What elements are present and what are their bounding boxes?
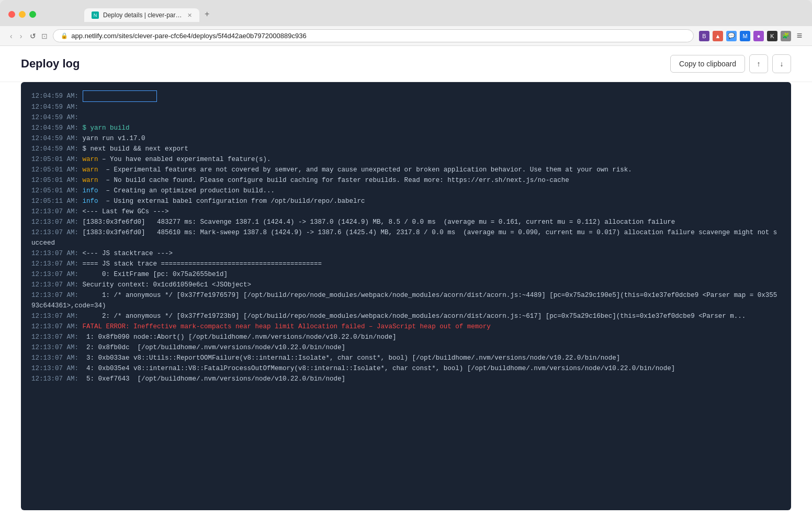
tab-favicon: N — [92, 12, 99, 19]
copy-to-clipboard-button[interactable]: Copy to clipboard — [670, 55, 745, 73]
scroll-down-button[interactable]: ↓ — [772, 54, 791, 73]
address-bar[interactable]: 🔒 app.netlify.com/sites/clever-pare-cfc6… — [53, 29, 694, 42]
browser-menu-icon[interactable]: ≡ — [794, 31, 805, 41]
active-tab[interactable]: N Deploy details | clever-pare-cfc... ✕ — [84, 8, 199, 22]
header-actions: Copy to clipboard ↑ ↓ — [670, 54, 791, 73]
log-line: 12:13:07 AM: <--- JS stacktrace ---> — [31, 248, 781, 259]
log-line: 12:13:07 AM: 3: 0xb033ae v8::Utils::Repo… — [31, 353, 781, 363]
minimize-button[interactable] — [19, 11, 26, 18]
title-bar: N Deploy details | clever-pare-cfc... ✕ … — [0, 0, 812, 26]
browser-chrome: N Deploy details | clever-pare-cfc... ✕ … — [0, 0, 812, 517]
tab-bar: N Deploy details | clever-pare-cfc... ✕ … — [42, 6, 256, 22]
log-line: 12:05:01 AM: warn – You have enabled exp… — [31, 154, 781, 165]
log-line: 12:05:01 AM: info – Creating an optimize… — [31, 186, 781, 196]
browser-extensions: B ▲ 💬 M ● K 🧩 ≡ — [699, 31, 805, 41]
page-title: Deploy log — [21, 57, 80, 71]
log-line: 12:13:07 AM: 2: /* anonymous */ [0x37f7e… — [31, 311, 781, 321]
log-line: 12:04:59 AM: $ next build && next export — [31, 144, 781, 154]
lock-icon: 🔒 — [61, 32, 68, 39]
url-text: app.netlify.com/sites/clever-pare-cfc6e4… — [71, 32, 306, 40]
extension-circle[interactable]: ● — [753, 31, 764, 41]
log-line: 12:05:11 AM: info – Using external babel… — [31, 196, 781, 206]
scroll-up-button[interactable]: ↑ — [749, 54, 768, 73]
log-line: 12:13:07 AM: 4: 0xb035e4 v8::internal::V… — [31, 363, 781, 374]
log-line: 12:04:59 AM: $ yarn build — [31, 123, 781, 133]
tab-title: Deploy details | clever-pare-cfc... — [103, 12, 183, 19]
log-line: 12:13:07 AM: [1383:0x3fe6fd0] 483277 ms:… — [31, 217, 781, 227]
log-line: 12:13:07 AM: 1: /* anonymous */ [0x37f7e… — [31, 290, 781, 311]
log-line: 12:13:07 AM: FATAL ERROR: Ineffective ma… — [31, 321, 781, 332]
page-content: Deploy log Copy to clipboard ↑ ↓ 12:04:5… — [0, 46, 812, 517]
log-container[interactable]: 12:04:59 AM: selected12:04:59 AM: 12:04:… — [21, 82, 791, 510]
back-button[interactable]: ‹ — [7, 31, 15, 41]
log-line: 12:05:01 AM: warn – Experimental feature… — [31, 165, 781, 175]
new-tab-button[interactable]: + — [199, 6, 215, 22]
close-button[interactable] — [8, 11, 15, 18]
log-line: 12:13:07 AM: ==== JS stack trace =======… — [31, 259, 781, 269]
window-controls — [8, 11, 36, 18]
log-line: 12:05:01 AM: warn – No build cache found… — [31, 175, 781, 186]
log-line: 12:04:59 AM: — [31, 102, 781, 112]
nav-bar: ‹ › ↺ ⊡ 🔒 app.netlify.com/sites/clever-p… — [0, 26, 812, 46]
log-line: 12:13:07 AM: 5: 0xef7643 [/opt/buildhome… — [31, 374, 781, 384]
log-line: 12:04:59 AM: — [31, 112, 781, 123]
log-line: 12:13:07 AM: 2: 0x8fb0dc [/opt/buildhome… — [31, 342, 781, 353]
extension-a[interactable]: ▲ — [713, 31, 723, 41]
tab-close-icon[interactable]: ✕ — [187, 12, 192, 19]
maximize-button[interactable] — [29, 11, 36, 18]
extension-brave[interactable]: B — [699, 31, 709, 41]
extension-m[interactable]: M — [740, 31, 750, 41]
extension-chat[interactable]: 💬 — [726, 31, 737, 41]
log-line: 12:13:07 AM: <--- Last few GCs ---> — [31, 206, 781, 217]
log-line: 12:04:59 AM: yarn run v1.17.0 — [31, 133, 781, 144]
log-line: 12:13:07 AM: [1383:0x3fe6fd0] 485610 ms:… — [31, 227, 781, 248]
extension-puzzle[interactable]: 🧩 — [781, 31, 791, 41]
extension-k[interactable]: K — [767, 31, 777, 41]
bookmark-button[interactable]: ⊡ — [41, 32, 48, 40]
deploy-log-header: Deploy log Copy to clipboard ↑ ↓ — [0, 46, 812, 82]
log-line: 12:13:07 AM: 0: ExitFrame [pc: 0x75a2655… — [31, 269, 781, 280]
forward-button[interactable]: › — [17, 31, 25, 41]
refresh-button[interactable]: ↺ — [30, 32, 36, 40]
log-line: 12:13:07 AM: Security context: 0x1cd6105… — [31, 280, 781, 290]
nav-arrows: ‹ › — [7, 31, 25, 41]
log-line: 12:13:07 AM: 1: 0x8fb090 node::Abort() [… — [31, 332, 781, 342]
